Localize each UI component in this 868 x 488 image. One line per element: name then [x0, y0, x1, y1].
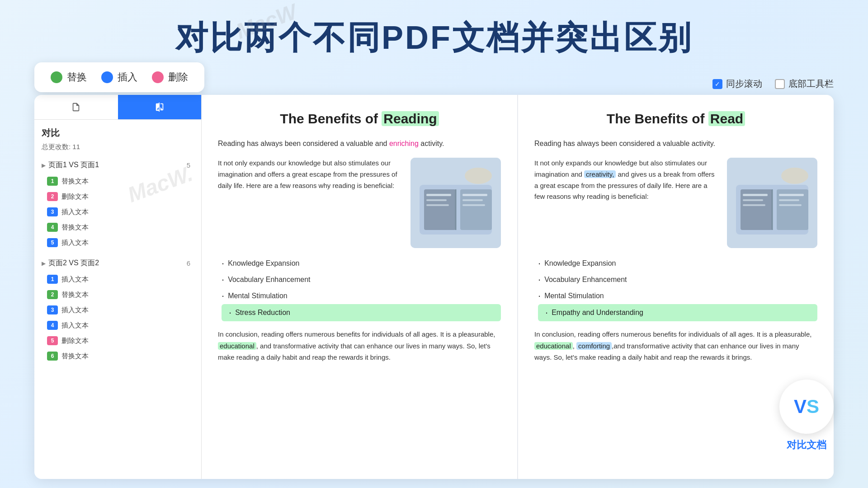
left-bullet-3: Mental Stimulation: [222, 288, 501, 304]
pdf-left-content-row: It not only expands our knowledge but al…: [218, 158, 501, 248]
sidebar-item-2-5[interactable]: 5 删除文本: [45, 333, 194, 348]
item-2-3-label: 插入文本: [61, 306, 89, 314]
right-educational-highlight: educational: [534, 342, 573, 350]
svg-rect-21: [779, 199, 799, 201]
right-creativity-highlight: creativity,: [584, 170, 616, 178]
item-2-1-label: 插入文本: [61, 275, 89, 284]
item-1-3-label: 插入文本: [61, 208, 89, 216]
pdf-left-conclusion: In conclusion, reading offers numerous b…: [218, 328, 501, 363]
badge-1-2: 2: [47, 192, 58, 201]
pdf-right-title-highlight: Read: [708, 111, 745, 126]
sidebar-item-1-2[interactable]: 2 删除文本: [45, 189, 194, 204]
badge-1-3: 3: [47, 207, 58, 216]
right-comforting-highlight: comforting: [576, 342, 612, 350]
legend-insert: 插入: [101, 70, 137, 84]
badge-2-3: 3: [47, 305, 58, 314]
pdf-left-title: The Benefits of Reading: [218, 111, 501, 127]
sidebar-item-2-1[interactable]: 1 插入文本: [45, 272, 194, 287]
badge-2-6: 6: [47, 352, 58, 361]
sidebar-subtitle: 总更改数: 11: [42, 143, 194, 151]
sidebar-compare-title: 对比: [42, 127, 194, 139]
left-bullet-4-stress: Stress Reduction: [222, 304, 501, 321]
pdf-right-text: It not only expands our knowledge but al…: [534, 158, 720, 248]
vs-badge: VS 对比文档: [779, 380, 834, 452]
pdf-left-image: [410, 158, 501, 248]
pdf-right-content-row: It not only expands our knowledge but al…: [534, 158, 817, 248]
badge-1-5: 5: [47, 238, 58, 247]
right-bullet-1: Knowledge Expansion: [538, 255, 817, 272]
pdf-right-bullets: Knowledge Expansion Vocabulary Enhanceme…: [534, 255, 817, 321]
sidebar-tab-file[interactable]: [34, 95, 118, 119]
vs-badge-circle: VS: [779, 380, 834, 434]
sidebar-group-1-header[interactable]: ▶ 页面1 VS 页面1 5: [42, 157, 194, 174]
badge-1-4: 4: [47, 223, 58, 232]
sync-scroll-checkbox[interactable]: ✓: [712, 79, 722, 89]
svg-rect-10: [462, 204, 485, 206]
right-bullet-2: Vocabulary Enhancement: [538, 272, 817, 288]
left-enriching-highlight: enriching: [389, 140, 419, 147]
sidebar-item-1-5[interactable]: 5 插入文本: [45, 235, 194, 250]
group-1-label: 页面1 VS 页面1: [48, 160, 99, 170]
sidebar-item-1-4[interactable]: 4 替换文本: [45, 220, 194, 235]
left-educational-highlight: educational: [218, 342, 256, 350]
item-1-1-label: 替换文本: [61, 177, 89, 186]
left-stress-reduction-text: Stress Reduction: [235, 309, 290, 317]
badge-2-5: 5: [47, 336, 58, 345]
svg-rect-9: [462, 199, 483, 201]
pdf-right-conclusion: In conclusion, reading offers numerous b…: [534, 328, 817, 363]
bottom-toolbar-control[interactable]: 底部工具栏: [775, 78, 834, 90]
pdf-left-title-prefix: The Benefits of: [280, 111, 382, 126]
sidebar-group-2-header[interactable]: ▶ 页面2 VS 页面2 6: [42, 255, 194, 272]
item-2-4-label: 插入文本: [61, 321, 89, 330]
group-2-arrow: ▶: [42, 260, 46, 267]
svg-rect-5: [426, 194, 451, 196]
item-1-2-label: 删除文本: [61, 192, 89, 201]
group-2-count: 6: [187, 259, 190, 267]
pdf-left-bullets: Knowledge Expansion Vocabulary Enhanceme…: [218, 255, 501, 321]
item-2-2-label: 替换文本: [61, 291, 89, 299]
bottom-toolbar-checkbox[interactable]: [775, 79, 785, 89]
sidebar-item-1-3[interactable]: 3 插入文本: [45, 204, 194, 220]
bottom-toolbar-label: 底部工具栏: [788, 78, 834, 90]
pdf-right-title: The Benefits of Read: [534, 111, 817, 127]
sidebar-group-1: ▶ 页面1 VS 页面1 5 1 替换文本 2 删除文本 3 插入文本: [42, 157, 194, 250]
right-bullet-3: Mental Stimulation: [538, 288, 817, 304]
sidebar-item-2-6[interactable]: 6 替换文本: [45, 348, 194, 364]
item-2-5-label: 删除文本: [61, 337, 89, 345]
sync-scroll-label: 同步滚动: [726, 78, 762, 90]
sync-scroll-control[interactable]: ✓ 同步滚动: [712, 78, 762, 90]
pdf-panel-left[interactable]: The Benefits of Reading Reading has alwa…: [202, 95, 518, 479]
legend-dot-blue: [101, 71, 113, 83]
sidebar-tab-compare[interactable]: [118, 95, 202, 119]
pdf-right-intro: Reading has always been considered a val…: [534, 137, 817, 150]
sidebar-group-1-items: 1 替换文本 2 删除文本 3 插入文本 4 替换文本: [42, 174, 194, 250]
sidebar-item-2-4[interactable]: 4 插入文本: [45, 318, 194, 333]
item-2-6-label: 替换文本: [61, 352, 89, 361]
legend-box: 替换 插入 删除: [34, 62, 204, 92]
group-1-arrow: ▶: [42, 162, 46, 169]
svg-rect-17: [743, 194, 768, 196]
file-icon: [71, 102, 81, 112]
svg-rect-6: [426, 199, 447, 201]
legend-replace-label: 替换: [67, 70, 87, 84]
top-controls: ✓ 同步滚动 底部工具栏: [712, 78, 834, 90]
svg-rect-22: [779, 204, 802, 206]
sidebar: 对比 总更改数: 11 ▶ 页面1 VS 页面1 5 1 替换文本 2 删除文本: [34, 95, 202, 479]
svg-rect-20: [779, 194, 804, 196]
svg-rect-7: [426, 204, 449, 206]
badge-2-1: 1: [47, 275, 58, 284]
legend-dot-green: [51, 71, 62, 83]
badge-2-4: 4: [47, 321, 58, 330]
sidebar-item-1-1[interactable]: 1 替换文本: [45, 174, 194, 189]
sidebar-group-2-items: 1 插入文本 2 替换文本 3 插入文本 4 插入文本: [42, 272, 194, 364]
legend-dot-red: [152, 71, 164, 83]
sidebar-item-2-2[interactable]: 2 替换文本: [45, 287, 194, 302]
sidebar-content: 对比 总更改数: 11 ▶ 页面1 VS 页面1 5 1 替换文本 2 删除文本: [34, 120, 201, 479]
legend-delete-label: 删除: [168, 70, 188, 84]
vs-icon: VS: [794, 396, 819, 418]
pdf-right-image: [727, 158, 817, 248]
group-1-count: 5: [187, 161, 190, 169]
pdf-right-title-prefix: The Benefits of: [607, 111, 708, 126]
item-1-5-label: 插入文本: [61, 239, 89, 247]
sidebar-item-2-3[interactable]: 3 插入文本: [45, 302, 194, 318]
